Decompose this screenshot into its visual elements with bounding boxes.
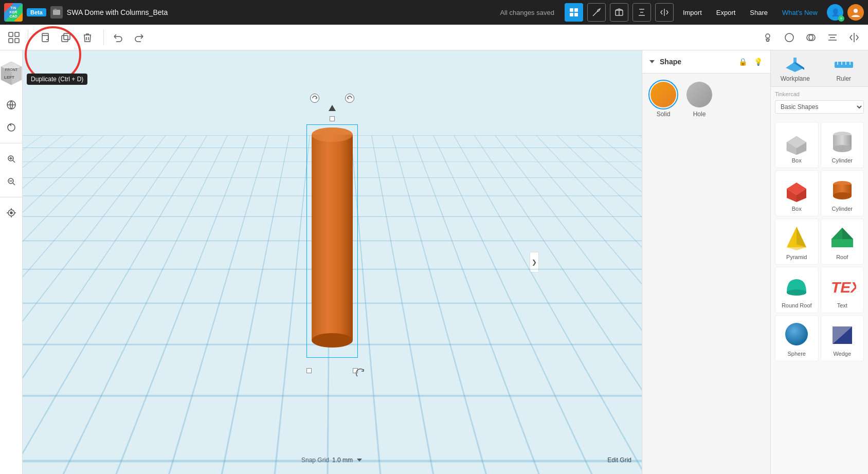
redo-button[interactable] xyxy=(130,28,149,47)
zoom-out-button[interactable] xyxy=(2,172,21,191)
main-area: LEFT FRONT xyxy=(0,50,868,474)
svg-text:FRONT: FRONT xyxy=(5,68,18,71)
svg-rect-2 xyxy=(570,8,573,12)
cyl-orange-icon xyxy=(828,175,857,204)
zoom-in-button[interactable] xyxy=(2,150,21,168)
sidebar-divider xyxy=(0,143,22,143)
shape-item-sphere[interactable]: Sphere xyxy=(775,315,819,361)
svg-point-24 xyxy=(785,33,793,42)
viewport[interactable]: Edit Grid Snap Grid 1.0 mm ❯ xyxy=(23,50,642,474)
snap-grid-value: 1.0 mm xyxy=(332,457,353,464)
shape-visibility-button[interactable]: 💡 xyxy=(752,56,764,68)
svg-rect-15 xyxy=(9,39,13,43)
rotate-view-button[interactable] xyxy=(2,118,21,137)
box-tool-button[interactable] xyxy=(610,3,628,22)
rotate-handle-br[interactable] xyxy=(355,368,366,380)
rotate-handle-tl[interactable] xyxy=(310,94,319,103)
svg-text:TEXT: TEXT xyxy=(831,279,856,296)
align-button[interactable] xyxy=(632,3,651,22)
topbar-right: Import Export Share What's New 👤 + xyxy=(565,3,864,22)
perspective-grid xyxy=(23,50,642,135)
panel-collapse-arrow[interactable]: ❯ xyxy=(530,252,539,272)
import-button[interactable]: Import xyxy=(678,6,707,20)
shape-item-cyl-grey[interactable]: Cylinder xyxy=(821,122,864,168)
selected-cylinder[interactable] xyxy=(309,124,355,358)
solid-option[interactable]: Solid xyxy=(650,82,676,118)
scale-handle-top[interactable] xyxy=(330,116,335,121)
toolbar-right xyxy=(758,28,864,47)
box-grey-icon xyxy=(782,126,811,155)
ruler-icon xyxy=(831,54,856,73)
profile-avatar[interactable] xyxy=(847,4,864,21)
left-sidebar: LEFT FRONT xyxy=(0,50,23,474)
shape-item-box-grey[interactable]: Box xyxy=(775,122,819,168)
svg-line-40 xyxy=(13,160,15,162)
delete-button[interactable] xyxy=(78,28,97,47)
tinkercad-logo[interactable]: TINKERCAD xyxy=(4,3,23,22)
flip-button[interactable] xyxy=(844,28,864,47)
ruler-tool-button[interactable] xyxy=(2,204,21,222)
add-user-button[interactable]: 👤 + xyxy=(827,4,843,21)
home-view-button[interactable] xyxy=(2,96,21,114)
cyl-orange-label: Cylinder xyxy=(832,206,853,212)
svg-rect-54 xyxy=(312,135,353,340)
svg-rect-61 xyxy=(793,58,797,64)
rotate-handle-tr[interactable] xyxy=(345,94,354,103)
shape-tool-button[interactable] xyxy=(780,28,799,47)
shape-grid: Box Cylinder xyxy=(771,118,868,366)
ruler-label: Ruler xyxy=(836,75,851,82)
side-tools-row: Workplane Ruler xyxy=(771,50,868,87)
grid-view-button[interactable] xyxy=(565,3,583,22)
svg-rect-17 xyxy=(42,35,48,42)
shape-item-text[interactable]: TEXT Text xyxy=(821,267,864,313)
library-category-select[interactable]: Basic Shapes xyxy=(775,100,864,114)
wedge-label: Wedge xyxy=(833,351,851,357)
box-red-icon xyxy=(782,175,811,204)
align-toolbar-button[interactable] xyxy=(823,28,842,47)
hole-option[interactable]: Hole xyxy=(686,82,712,118)
shape-panel-arrow[interactable] xyxy=(648,58,656,65)
handle-bl[interactable] xyxy=(306,368,312,373)
mirror-button[interactable] xyxy=(655,3,674,22)
project-title: SWA Dome with Columns_Beta xyxy=(67,8,496,16)
shape-item-wedge[interactable]: Wedge xyxy=(821,315,864,361)
workplane-label: Workplane xyxy=(781,75,810,82)
svg-rect-3 xyxy=(574,8,578,12)
svg-marker-81 xyxy=(787,247,806,250)
svg-point-47 xyxy=(10,212,12,214)
undo-button[interactable] xyxy=(108,28,128,47)
topbar: TINKERCAD Beta SWA Dome with Columns_Bet… xyxy=(0,0,868,25)
solid-label: Solid xyxy=(657,111,671,118)
shape-item-box-red[interactable]: Box xyxy=(775,170,819,216)
edit-grid-label[interactable]: Edit Grid xyxy=(607,457,631,464)
svg-point-6 xyxy=(597,11,598,12)
light-button[interactable] xyxy=(758,28,777,47)
beta-badge: Beta xyxy=(27,8,46,16)
copy-button[interactable] xyxy=(34,28,54,47)
share-button[interactable]: Share xyxy=(745,6,773,20)
pyramid-icon xyxy=(782,223,811,252)
svg-rect-4 xyxy=(570,13,573,16)
shape-item-round-roof[interactable]: Round Roof xyxy=(775,267,819,313)
shape-item-pyramid[interactable]: Pyramid xyxy=(775,218,819,265)
snap-grid-info: Snap Grid 1.0 mm xyxy=(301,457,363,464)
round-roof-label: Round Roof xyxy=(782,302,812,308)
shape-item-roof[interactable]: Roof xyxy=(821,218,864,265)
ruler-button[interactable]: Ruler xyxy=(820,50,869,86)
svg-marker-57 xyxy=(357,459,362,462)
svg-marker-84 xyxy=(831,228,842,239)
tools-button[interactable] xyxy=(587,3,606,22)
workplane-button[interactable]: Workplane xyxy=(771,50,820,86)
snap-grid-chevron[interactable] xyxy=(356,457,363,464)
whats-new-button[interactable]: What's New xyxy=(777,6,823,20)
svg-rect-18 xyxy=(62,35,68,42)
subtract-button[interactable] xyxy=(801,28,821,47)
home-grid-button[interactable] xyxy=(4,28,24,47)
svg-marker-80 xyxy=(797,227,806,247)
shape-lock-button[interactable]: 🔒 xyxy=(736,56,749,68)
paste-button[interactable] xyxy=(56,28,76,47)
svg-rect-1 xyxy=(54,9,57,10)
export-button[interactable]: Export xyxy=(711,6,741,20)
shape-item-cyl-orange[interactable]: Cylinder xyxy=(821,170,864,216)
autosave-message: All changes saved xyxy=(500,9,554,16)
